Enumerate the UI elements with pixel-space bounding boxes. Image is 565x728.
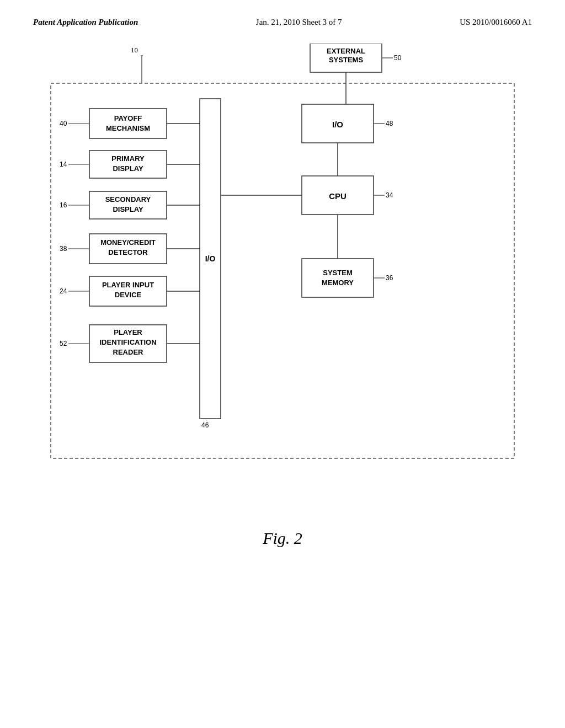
patent-number: US 2010/0016060 A1 bbox=[460, 18, 532, 27]
svg-rect-52 bbox=[89, 276, 167, 306]
svg-text:I/O: I/O bbox=[332, 120, 343, 129]
svg-text:MONEY/CREDIT: MONEY/CREDIT bbox=[100, 238, 156, 247]
svg-text:36: 36 bbox=[386, 274, 393, 282]
date-sheet: Jan. 21, 2010 Sheet 3 of 7 bbox=[256, 18, 342, 27]
svg-rect-28 bbox=[89, 109, 167, 138]
publication-label: Patent Application Publication bbox=[33, 18, 138, 27]
svg-text:SECONDARY: SECONDARY bbox=[105, 195, 151, 204]
svg-text:PAYOFF: PAYOFF bbox=[114, 114, 142, 122]
svg-rect-46 bbox=[89, 234, 167, 264]
svg-rect-58 bbox=[89, 325, 167, 362]
svg-rect-34 bbox=[89, 151, 167, 178]
svg-text:48: 48 bbox=[386, 120, 393, 127]
svg-text:38: 38 bbox=[60, 245, 67, 253]
svg-text:24: 24 bbox=[60, 287, 67, 295]
svg-text:40: 40 bbox=[60, 120, 67, 127]
svg-text:DISPLAY: DISPLAY bbox=[113, 164, 143, 173]
svg-text:14: 14 bbox=[60, 160, 67, 168]
svg-text:PLAYER INPUT: PLAYER INPUT bbox=[102, 281, 154, 289]
svg-rect-4 bbox=[310, 44, 382, 72]
svg-rect-3 bbox=[51, 83, 514, 458]
svg-text:50: 50 bbox=[394, 54, 402, 62]
svg-text:34: 34 bbox=[386, 191, 393, 199]
svg-text:READER: READER bbox=[113, 348, 144, 356]
svg-text:52: 52 bbox=[60, 340, 67, 347]
svg-rect-24 bbox=[200, 99, 221, 419]
svg-text:MEMORY: MEMORY bbox=[322, 279, 354, 287]
svg-text:46: 46 bbox=[201, 421, 209, 429]
svg-text:DISPLAY: DISPLAY bbox=[113, 205, 143, 213]
svg-rect-9 bbox=[302, 104, 374, 143]
diagram-container: 10 EXTERNAL SYSTEMS 50 I/O 48 CPU 34 SYS… bbox=[45, 44, 520, 540]
page-header: Patent Application Publication Jan. 21, … bbox=[0, 0, 565, 27]
svg-text:DEVICE: DEVICE bbox=[115, 291, 142, 299]
svg-text:I/O: I/O bbox=[205, 254, 216, 263]
svg-text:CPU: CPU bbox=[329, 191, 347, 201]
svg-text:PLAYER: PLAYER bbox=[114, 328, 142, 336]
svg-rect-19 bbox=[302, 259, 374, 297]
svg-rect-40 bbox=[89, 191, 167, 219]
svg-text:DETECTOR: DETECTOR bbox=[108, 248, 148, 256]
svg-text:SYSTEM: SYSTEM bbox=[323, 269, 352, 277]
svg-text:EXTERNAL: EXTERNAL bbox=[327, 47, 365, 55]
svg-text:MECHANISM: MECHANISM bbox=[106, 124, 150, 132]
svg-rect-14 bbox=[302, 176, 374, 215]
diagram-svg: EXTERNAL SYSTEMS 50 I/O 48 CPU 34 SYSTEM… bbox=[45, 44, 520, 540]
svg-text:PRIMARY: PRIMARY bbox=[111, 154, 145, 163]
svg-text:SYSTEMS: SYSTEMS bbox=[329, 56, 363, 64]
svg-text:16: 16 bbox=[60, 201, 67, 209]
label-10: 10 bbox=[131, 46, 138, 55]
svg-text:IDENTIFICATION: IDENTIFICATION bbox=[99, 338, 156, 346]
